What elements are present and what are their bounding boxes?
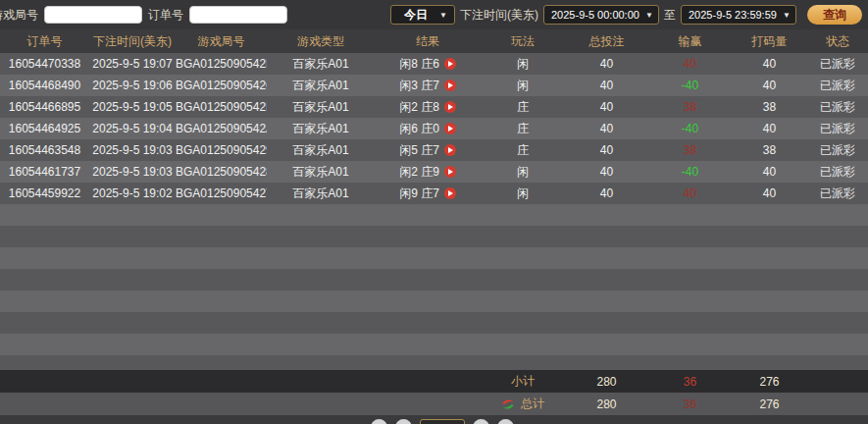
cell-bet-time: 2025-9-5 19:05 [89, 100, 176, 114]
cell-win-loss: 38 [648, 100, 732, 114]
cell-game-type: 百家乐A01 [267, 121, 375, 137]
cell-bet-time: 2025-9-5 19:03 [89, 165, 176, 179]
time-from-value: 2025-9-5 00:00:00 [551, 9, 639, 21]
total-win-loss: 36 [648, 398, 732, 411]
replay-icon[interactable] [444, 58, 456, 70]
replay-icon[interactable] [444, 144, 456, 156]
table-row[interactable]: 16054459922 2025-9-5 19:02 BGA0125090542… [0, 183, 868, 204]
bet-time-label: 下注时间(美东) [460, 7, 538, 24]
cell-game-type: 百家乐A01 [267, 186, 375, 202]
empty-stripe [0, 291, 868, 312]
cell-bet-time: 2025-9-5 19:02 [89, 186, 176, 200]
replay-icon[interactable] [444, 166, 456, 178]
cell-status: 已派彩 [807, 99, 868, 116]
cell-total-bet: 40 [565, 79, 648, 92]
cell-round-no: BGA01250905428 [176, 165, 267, 179]
empty-stripe [0, 247, 868, 269]
pager-last-button[interactable] [497, 419, 514, 424]
cell-result: 闲5 庄7 [375, 142, 481, 159]
cell-result: 闲8 庄6 [375, 56, 481, 73]
empty-stripe [0, 226, 868, 247]
cell-order-no: 16054464925 [0, 122, 89, 135]
to-label: 至 [664, 7, 676, 24]
search-button[interactable]: 查询 [807, 5, 862, 25]
cell-total-bet: 40 [565, 57, 648, 71]
page-number-input[interactable] [420, 419, 465, 424]
header-game-type: 游戏类型 [267, 33, 375, 50]
header-total-bet: 总投注 [565, 33, 648, 50]
chevron-down-icon: ▼ [439, 11, 447, 20]
empty-stripe [0, 204, 868, 226]
cell-win-loss: 40 [648, 57, 732, 71]
replay-icon[interactable] [444, 101, 456, 113]
cell-total-bet: 40 [565, 100, 648, 114]
subtotal-turnover: 276 [732, 375, 807, 389]
cell-turnover: 38 [732, 143, 807, 157]
cell-play-type: 闲 [481, 56, 565, 73]
chevron-down-icon: ▼ [645, 11, 653, 20]
cell-game-type: 百家乐A01 [267, 56, 375, 73]
table-row[interactable]: 16054464925 2025-9-5 19:04 BGA0125090542… [0, 118, 868, 139]
table-row[interactable]: 16054461737 2025-9-5 19:03 BGA0125090542… [0, 161, 868, 183]
header-play: 玩法 [481, 33, 565, 50]
date-range-select[interactable]: 今日 ▼ [390, 5, 455, 25]
replay-icon[interactable] [444, 80, 456, 91]
cell-order-no: 16054466895 [0, 100, 89, 114]
chevron-down-icon: ▼ [783, 11, 791, 20]
pager-prev-button[interactable] [395, 419, 412, 424]
order-no-input[interactable] [189, 6, 287, 24]
cell-bet-time: 2025-9-5 19:03 [89, 143, 176, 157]
subtotal-label: 小计 [481, 373, 565, 390]
replay-icon[interactable] [444, 123, 456, 134]
pager-first-button[interactable] [371, 419, 387, 424]
pager-next-button[interactable] [473, 419, 489, 424]
game-round-input[interactable] [44, 6, 142, 24]
cell-total-bet: 40 [565, 165, 648, 179]
win-loss-swirl-icon [501, 398, 515, 411]
cell-order-no: 16054461737 [0, 165, 89, 179]
empty-stripe [0, 355, 868, 370]
cell-turnover: 40 [732, 79, 807, 92]
cell-play-type: 庄 [481, 121, 565, 137]
date-range-value: 今日 [404, 7, 428, 24]
cell-order-no: 16054459922 [0, 186, 89, 200]
cell-total-bet: 40 [565, 122, 648, 135]
cell-round-no: BGA0125090542D [176, 57, 267, 71]
header-round-no: 游戏局号 [176, 33, 267, 50]
total-label: 总计 [521, 396, 544, 412]
cell-turnover: 38 [732, 100, 807, 114]
cell-round-no: BGA0125090542A [176, 122, 267, 135]
result-text: 闲2 庄9 [399, 164, 439, 181]
cell-play-type: 闲 [481, 186, 565, 202]
subtotal-win-loss: 36 [648, 375, 732, 389]
replay-icon[interactable] [444, 187, 456, 199]
table-row[interactable]: 16054463548 2025-9-5 19:03 BGA0125090542… [0, 139, 868, 161]
cell-bet-time: 2025-9-5 19:07 [89, 57, 176, 71]
time-to-select[interactable]: 2025-9-5 23:59:59 ▼ [681, 5, 796, 25]
table-row[interactable]: 16054470338 2025-9-5 19:07 BGA0125090542… [0, 53, 868, 75]
cell-win-loss: -40 [648, 79, 732, 92]
cell-total-bet: 40 [565, 186, 648, 200]
header-status: 状态 [807, 33, 868, 50]
time-to-value: 2025-9-5 23:59:59 [689, 9, 777, 21]
time-from-select[interactable]: 2025-9-5 00:00:00 ▼ [543, 5, 659, 25]
subtotal-row: 小计 280 36 276 [0, 370, 868, 393]
table-row[interactable]: 16054466895 2025-9-5 19:05 BGA0125090542… [0, 96, 868, 118]
empty-stripe [0, 334, 868, 355]
cell-turnover: 40 [732, 122, 807, 135]
cell-play-type: 庄 [481, 142, 565, 159]
cell-game-type: 百家乐A01 [267, 78, 375, 94]
total-total-bet: 280 [565, 398, 648, 411]
cell-win-loss: 38 [648, 143, 732, 157]
cell-round-no: BGA0125090542C [176, 79, 267, 92]
table-row[interactable]: 16054468490 2025-9-5 19:06 BGA0125090542… [0, 75, 868, 96]
cell-round-no: BGA01250905427 [176, 186, 267, 200]
header-order-no: 订单号 [0, 33, 89, 50]
result-text: 闲8 庄6 [399, 56, 439, 73]
pagination-bar [0, 415, 868, 424]
game-round-label: 游戏局号 [0, 7, 38, 24]
result-text: 闲9 庄7 [399, 186, 439, 202]
cell-game-type: 百家乐A01 [267, 164, 375, 181]
total-row: 总计 280 36 276 [0, 393, 868, 415]
table-empty-area [0, 204, 868, 370]
